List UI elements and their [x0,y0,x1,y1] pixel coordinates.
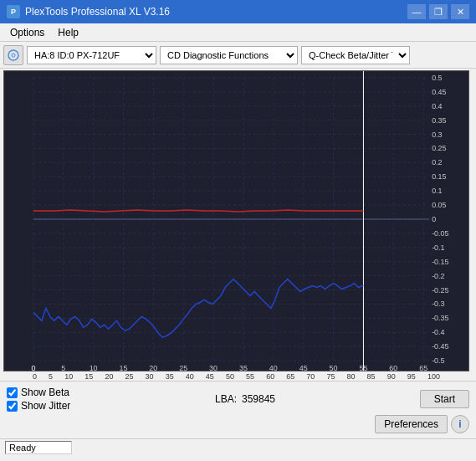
show-jitter-checkbox[interactable] [7,401,18,412]
x-axis-labels: 05101520 2530354045 5055606570 758085909… [3,371,469,381]
svg-text:15: 15 [120,364,128,371]
svg-text:0: 0 [31,364,35,371]
lba-label: LBA: [215,393,237,405]
svg-text:0: 0 [432,215,436,223]
svg-text:0.2: 0.2 [432,158,442,166]
svg-text:0.4: 0.4 [432,102,442,110]
drive-select[interactable]: HA:8 ID:0 PX-712UF [27,46,156,64]
svg-text:10: 10 [90,364,98,371]
svg-text:0.25: 0.25 [432,144,446,152]
svg-point-0 [8,50,18,60]
chart-container: High Low [3,70,469,371]
svg-text:30: 30 [209,364,218,371]
maximize-button[interactable]: ❐ [429,4,448,19]
app-icon: P [7,5,20,18]
svg-text:0.3: 0.3 [432,131,442,139]
svg-text:-0.35: -0.35 [432,314,448,322]
svg-text:20: 20 [149,364,157,371]
svg-text:50: 50 [330,364,338,371]
window-title: PlexTools Professional XL V3.16 [25,6,170,18]
menu-help[interactable]: Help [51,25,85,40]
svg-text:65: 65 [419,364,427,371]
svg-text:-0.25: -0.25 [432,286,448,295]
status-bar: Ready [0,438,476,455]
show-jitter-label: Show Jitter [21,400,70,412]
svg-text:0.5: 0.5 [432,74,442,82]
checkbox-group: Show Beta Show Jitter [7,387,70,412]
svg-text:35: 35 [239,364,248,371]
svg-text:25: 25 [179,364,187,371]
svg-text:-0.15: -0.15 [432,258,448,266]
svg-text:0.15: 0.15 [432,172,446,181]
info-button[interactable]: i [451,415,469,433]
svg-text:0.1: 0.1 [432,187,442,195]
preferences-button[interactable]: Preferences [375,415,448,433]
status-text: Ready [9,443,36,453]
chart-area: High Low [0,69,476,381]
svg-text:0.45: 0.45 [432,88,446,96]
svg-text:-0.5: -0.5 [432,356,444,365]
show-beta-label: Show Beta [21,387,69,398]
svg-text:-0.2: -0.2 [432,272,444,280]
close-button[interactable]: ✕ [451,4,469,19]
menu-bar: Options Help [0,23,476,42]
svg-point-1 [12,54,15,57]
svg-text:40: 40 [269,364,278,371]
svg-text:55: 55 [359,364,367,371]
cd-icon [8,49,19,61]
menu-options[interactable]: Options [3,25,51,40]
test-select[interactable]: Q-Check Beta/Jitter Test [301,46,410,64]
svg-text:-0.1: -0.1 [432,243,444,252]
start-button[interactable]: Start [420,390,469,408]
toolbar-icon-button[interactable] [3,45,23,65]
svg-text:-0.45: -0.45 [432,342,448,351]
title-bar: P PlexTools Professional XL V3.16 — ❐ ✕ [0,0,476,23]
svg-text:45: 45 [299,364,308,371]
lba-value: 359845 [242,393,275,405]
toolbar: HA:8 ID:0 PX-712UF CD Diagnostic Functio… [0,42,476,69]
svg-text:-0.4: -0.4 [432,328,444,336]
chart-svg: 0.5 0.45 0.4 0.35 0.3 0.25 0.2 0.15 0.1 … [4,71,468,371]
svg-text:0.05: 0.05 [432,201,446,209]
svg-text:-0.05: -0.05 [432,229,448,238]
minimize-button[interactable]: — [407,4,426,19]
bottom-panel: Show Beta Show Jitter LBA: 359845 Start … [0,381,476,438]
svg-text:60: 60 [389,364,397,371]
svg-text:-0.3: -0.3 [432,300,444,308]
svg-text:5: 5 [61,364,65,371]
function-select[interactable]: CD Diagnostic Functions [160,46,298,64]
svg-text:0.35: 0.35 [432,116,446,125]
svg-rect-2 [4,71,468,371]
show-beta-checkbox[interactable] [7,387,18,398]
